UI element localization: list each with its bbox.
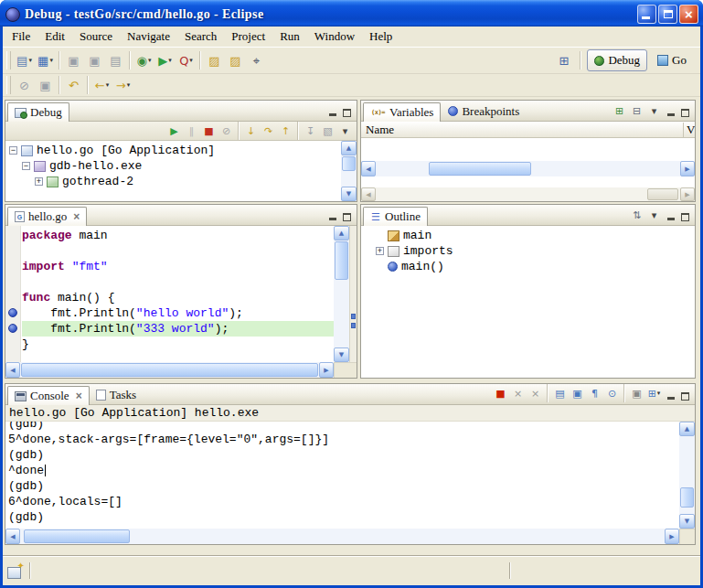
external-tools-button[interactable]: Q▾ [176,50,197,71]
console-vertical-scrollbar[interactable]: ▲ ▼ [679,422,695,529]
annotation-mark[interactable] [351,323,356,328]
console-line[interactable]: (gdb) [8,478,679,494]
scroll-lock-button[interactable]: ▣ [569,385,586,401]
menu-edit[interactable]: Edit [37,27,72,46]
code-text[interactable]: } [22,337,334,352]
code-text[interactable] [22,243,334,259]
expander-plus-icon[interactable]: + [376,247,384,255]
resume-button[interactable]: ▶ [165,123,183,139]
scrollbar-track[interactable] [20,362,319,378]
menu-navigate[interactable]: Navigate [120,27,177,46]
code-editor[interactable]: package mainimport "fmt"func main() { fm… [5,226,334,362]
tab-variables[interactable]: Variables [363,102,441,122]
scroll-down-button[interactable]: ▼ [334,347,349,362]
tree-item[interactable]: +gothread-2 [5,174,341,189]
open-resource-button[interactable]: ▨ [204,50,225,71]
search-button[interactable]: ⌖ [246,50,267,71]
code-text[interactable]: fmt.Println("333 world"); [22,321,334,337]
minimize-view-button[interactable] [665,210,676,221]
remove-launch-button[interactable]: × [509,385,527,401]
console-line[interactable]: 6^done,locals=[] [8,494,679,509]
code-text[interactable]: func main() { [22,290,334,305]
scrollbar-track[interactable] [376,187,680,201]
maximize-view-button[interactable] [341,210,353,221]
expander-minus-icon[interactable]: − [22,162,30,170]
maximize-view-button[interactable] [679,210,691,221]
view-menu-button[interactable]: ▾ [645,207,663,223]
display-selected-console-button[interactable]: ▣ [628,385,645,401]
tree-item[interactable]: −gdb-hello.exe [5,158,341,174]
import-resource-button[interactable]: ▨ [225,50,246,71]
console-line[interactable]: (gdb) [8,447,679,463]
menu-source[interactable]: Source [72,27,120,46]
tab-tasks[interactable]: Tasks [90,385,143,404]
minimize-view-button[interactable] [665,390,676,401]
scroll-up-button[interactable]: ▲ [334,226,349,241]
scroll-left-button[interactable]: ◀ [361,187,376,201]
new-button[interactable]: ▤▾ [14,50,35,71]
minimize-view-button[interactable] [665,106,676,117]
code-text[interactable]: package main [22,228,334,243]
column-value[interactable]: V [683,123,695,137]
step-return-button[interactable]: ↑ [277,123,294,139]
close-tab-icon[interactable]: × [76,390,82,402]
skip-all-breakpoints-button[interactable]: ⊘ [14,75,35,96]
variables-detail-pane[interactable] [361,176,695,187]
console-line[interactable]: (gdb) [8,422,679,432]
toolbar-grip[interactable] [6,76,11,94]
mark-occurrences-button[interactable]: ▣ [35,75,56,96]
toolbar-grip[interactable] [6,51,11,69]
maximize-button[interactable] [658,5,677,24]
instruction-stepping-button[interactable]: ▧ [319,123,336,139]
scrollbar-thumb[interactable] [342,156,356,171]
title-bar[interactable]: Debug - testGo/src/cmd/hello.go - Eclips… [0,0,703,27]
variables-horizontal-scrollbar[interactable]: ◀ ▶ [361,161,695,176]
clear-console-button[interactable]: ▤ [551,385,569,401]
scrollbar-thumb[interactable] [680,487,694,508]
perspective-debug-button[interactable]: Debug [587,49,647,71]
show-type-names-button[interactable]: ⊞ [611,102,628,119]
minimize-view-button[interactable] [326,210,338,221]
scroll-up-button[interactable]: ▲ [341,141,357,155]
console-output[interactable]: (gdb)5^done,stack-args=[frame={level="0"… [5,422,679,529]
maximize-view-button[interactable] [679,390,691,401]
last-edit-location-button[interactable]: ↶ [63,75,84,96]
expander-plus-icon[interactable]: + [35,177,43,186]
maximize-view-button[interactable] [679,106,691,117]
scroll-right-button[interactable]: ▶ [319,362,334,378]
suspend-button[interactable]: ‖ [183,123,200,139]
menu-file[interactable]: File [5,27,37,46]
scrollbar-thumb[interactable] [21,363,318,377]
scroll-down-button[interactable]: ▼ [679,514,695,529]
line-ruler[interactable] [5,321,22,337]
scroll-left-button[interactable]: ◀ [5,529,20,544]
fast-view-button[interactable] [7,563,24,578]
scroll-left-button[interactable]: ◀ [361,161,376,176]
tree-item[interactable]: main() [372,259,695,274]
scrollbar-track[interactable] [679,436,695,514]
line-ruler[interactable] [5,243,22,259]
breakpoint-icon[interactable] [8,308,17,317]
tab-debug[interactable]: Debug [7,102,69,122]
terminate-button[interactable]: ■ [200,123,218,139]
scroll-right-button[interactable]: ▶ [665,529,679,544]
tree-item[interactable]: +imports [372,243,695,259]
scrollbar-thumb[interactable] [429,162,531,176]
tree-item[interactable]: main [372,228,695,243]
scroll-down-button[interactable]: ▼ [341,187,357,201]
back-button[interactable]: ←▾ [91,75,112,96]
console-horizontal-scrollbar[interactable]: ◀ ▶ [5,529,679,544]
line-ruler[interactable] [5,290,22,305]
maximize-view-button[interactable] [341,106,353,117]
scrollbar-track[interactable] [20,529,665,544]
close-tab-icon[interactable]: × [73,210,80,223]
code-text[interactable] [22,274,334,290]
step-into-button[interactable]: ↓ [242,123,260,139]
scrollbar-thumb[interactable] [24,529,130,543]
run-button[interactable]: ▶▾ [154,50,176,71]
menu-run[interactable]: Run [272,27,307,46]
view-menu-button[interactable]: ▾ [645,102,663,119]
scroll-right-button[interactable]: ▶ [680,161,695,176]
menu-window[interactable]: Window [307,27,362,46]
perspective-go-button[interactable]: Go [650,49,694,71]
